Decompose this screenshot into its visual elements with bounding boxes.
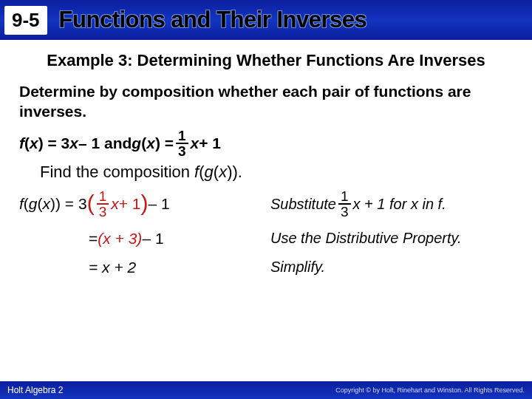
find-post: )).	[227, 163, 242, 181]
prompt-text: Determine by composition whether each pa…	[19, 81, 513, 122]
subst-pre: Substitute	[270, 195, 336, 214]
subst-mid: x + 1 for x in f.	[353, 195, 446, 214]
paren: (	[24, 195, 29, 213]
g-var: g	[29, 195, 38, 213]
step1-lhs: f(g(x)) = 3( 1 3 x + 1) – 1	[19, 189, 270, 219]
eq-sign: =	[89, 230, 98, 248]
step3-rhs: Simplify.	[270, 258, 513, 276]
step3-lhs: = x + 2	[19, 259, 270, 276]
find-pre: Find the composition	[40, 163, 194, 181]
slide-content: Example 3: Determining Whether Functions…	[0, 40, 532, 276]
step2-lhs: = (x + 3) – 1	[19, 230, 270, 248]
given-functions: f(x) = 3x – 1 and g(x) = 1 3 x + 1	[19, 129, 513, 158]
f-var: f	[194, 163, 199, 181]
explain-text: Simplify.	[270, 258, 325, 276]
slide-header: 9-5 Functions and Their Inverses	[0, 0, 532, 40]
slide-footer: Holt Algebra 2 Copyright © by Holt, Rine…	[0, 381, 532, 399]
close-eq: )) = 3	[50, 195, 87, 213]
x-var: x	[30, 134, 38, 152]
fraction-den: 3	[97, 205, 109, 219]
footer-brand: Holt Algebra 2	[7, 385, 63, 395]
g-var: g	[205, 163, 214, 181]
final-expr: = x + 2	[89, 259, 136, 276]
section-number: 9-5	[4, 6, 47, 35]
fraction: 1 3	[97, 189, 109, 219]
fraction-num: 1	[176, 129, 188, 144]
fraction: 1 3	[338, 189, 351, 219]
fraction-num: 1	[338, 189, 351, 205]
x-var: x	[69, 134, 78, 152]
g-var: g	[132, 134, 141, 152]
plus-one: + 1	[199, 134, 221, 152]
footer-copyright: Copyright © by Holt, Rinehart and Winsto…	[335, 386, 525, 394]
f-var: f	[19, 134, 24, 152]
fraction: 1 3	[176, 129, 188, 158]
find-composition: Find the composition f(g(x)).	[40, 163, 513, 182]
step-row-2: = (x + 3) – 1 Use the Distributive Prope…	[19, 229, 513, 248]
step-row-1: f(g(x)) = 3( 1 3 x + 1) – 1 Substitute 1…	[19, 189, 513, 219]
step-row-3: = x + 2 Simplify.	[19, 258, 513, 276]
example-title: Example 3: Determining Whether Functions…	[19, 50, 513, 71]
x-var: x	[191, 134, 200, 152]
fraction-den: 3	[338, 205, 351, 219]
mid-text: + 1	[119, 195, 141, 213]
eq-part1: ) = 3	[38, 134, 70, 152]
x-var: x	[219, 163, 227, 181]
step1-rhs: Substitute 1 3 x + 1 for x in f.	[270, 189, 513, 219]
and-text: – 1 and	[78, 134, 132, 152]
x-var: x	[43, 195, 51, 213]
fraction-den: 3	[176, 144, 188, 158]
eq-part2: ) =	[155, 134, 174, 152]
paren-open: (	[87, 194, 95, 212]
tail-text: – 1	[149, 195, 170, 213]
fraction-num: 1	[97, 189, 109, 205]
explain-text: Use the Distributive Property.	[270, 229, 462, 248]
x-var: x	[146, 134, 155, 152]
red-expr: (x + 3)	[98, 230, 142, 248]
tail-text: – 1	[142, 230, 163, 248]
x-var: x	[111, 195, 119, 213]
paren-close: )	[141, 194, 149, 212]
step2-rhs: Use the Distributive Property.	[270, 229, 513, 248]
paren: (	[38, 195, 43, 213]
slide-title: Functions and Their Inverses	[59, 7, 367, 33]
